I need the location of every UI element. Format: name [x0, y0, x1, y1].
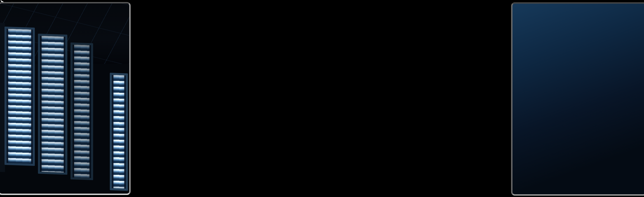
diagram-wire — [512, 132, 518, 142]
diagram-block — [512, 20, 524, 53]
graph-wire — [512, 150, 535, 160]
server-room-photo — [0, 2, 130, 195]
screen-node-graph — [512, 142, 644, 170]
server-rack — [70, 42, 93, 180]
page-background: TECHMENTORZ Solutions ↓ Customized Solut… — [0, 0, 644, 197]
diagram-block — [512, 69, 519, 85]
diagram-block — [512, 102, 520, 106]
diagram-block — [512, 13, 518, 16]
diagram-block — [512, 4, 518, 7]
monitor-screen — [512, 4, 644, 170]
diagram-block — [512, 10, 518, 13]
workstation-monitor-photo — [511, 2, 644, 196]
diagram-block — [512, 90, 520, 94]
diagram-block — [512, 85, 520, 90]
server-rack-row — [0, 2, 129, 195]
diagram-block — [512, 106, 520, 109]
monitor — [512, 4, 644, 170]
diagram-block — [512, 94, 520, 102]
diagram-block — [512, 53, 519, 69]
server-room-aisle — [95, 79, 108, 156]
rack-pillar — [0, 23, 5, 172]
diagram-wire — [512, 119, 520, 132]
graph-wire — [512, 142, 533, 150]
diagram-block — [512, 109, 522, 119]
server-rack — [38, 34, 67, 175]
diagram-block — [512, 16, 518, 20]
graph-wire — [512, 160, 530, 170]
server-rack — [110, 73, 128, 191]
diagram-block — [512, 7, 518, 10]
screen-block-diagram — [512, 4, 644, 142]
server-rack — [4, 27, 35, 166]
